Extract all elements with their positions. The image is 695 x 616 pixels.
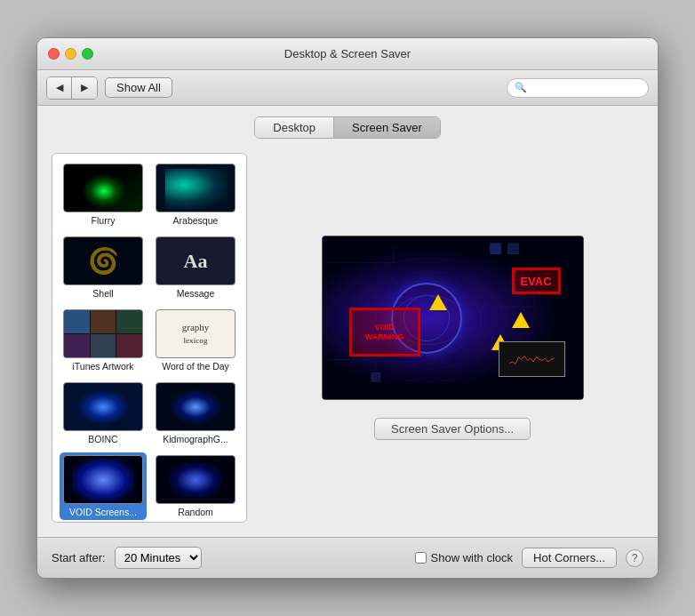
ss-thumb-itunes: [63, 309, 143, 358]
ss-thumb-void: [63, 455, 143, 504]
help-button[interactable]: ?: [626, 549, 643, 567]
svg-rect-10: [490, 244, 500, 254]
ss-thumb-shell: [63, 236, 143, 285]
ss-item-random[interactable]: Random: [152, 452, 239, 520]
bottom-bar: Start after: 20 Minutes 1 Minute 2 Minut…: [37, 537, 658, 578]
window-title: Desktop & Screen Saver: [284, 47, 411, 60]
svg-rect-11: [507, 244, 518, 254]
start-after-select[interactable]: 20 Minutes 1 Minute 2 Minutes 5 Minutes …: [115, 547, 202, 569]
evac-box: EVAC: [512, 268, 561, 294]
search-input[interactable]: [531, 82, 641, 94]
show-clock-text: Show with clock: [431, 551, 513, 564]
back-button[interactable]: ◀: [47, 77, 72, 99]
ss-item-flurry[interactable]: Flurry: [60, 161, 147, 228]
itunes-cell: [116, 334, 142, 357]
search-icon: 🔍: [515, 82, 527, 93]
ss-label-random: Random: [178, 507, 213, 517]
screen-saver-options-button[interactable]: Screen Saver Options...: [374, 418, 531, 440]
main-window: Desktop & Screen Saver ◀ ▶ Show All 🔍 De…: [36, 37, 659, 579]
forward-button[interactable]: ▶: [72, 77, 97, 99]
ss-label-arabesque: Arabesque: [173, 215, 219, 226]
ss-thumb-message: Aa: [156, 236, 236, 285]
svg-rect-12: [371, 372, 380, 381]
ss-item-itunes[interactable]: iTunes Artwork: [60, 307, 147, 374]
screensaver-list: Flurry Arabesque Shell Aa Message: [52, 153, 247, 523]
ss-thumb-kidmo: [156, 382, 236, 431]
show-all-button[interactable]: Show All: [105, 77, 172, 98]
tabs-area: Desktop Screen Saver: [37, 106, 658, 146]
ss-item-message[interactable]: Aa Message: [152, 234, 239, 301]
itunes-cell: [91, 334, 116, 357]
close-button[interactable]: [48, 48, 60, 60]
evac-text: EVAC: [520, 275, 551, 288]
warning-triangle-3: [512, 312, 530, 328]
itunes-cell: [64, 310, 90, 333]
hot-corners-button[interactable]: Hot Corners...: [522, 548, 617, 568]
message-thumb-text: Aa: [184, 250, 208, 273]
tab-desktop[interactable]: Desktop: [255, 117, 334, 138]
tab-screensaver[interactable]: Screen Saver: [334, 117, 440, 138]
show-clock-label: Show with clock: [415, 551, 513, 564]
ss-label-flurry: Flurry: [92, 215, 116, 226]
preview-area: EVAC VOIDWARNING: [261, 153, 643, 523]
void-preview: EVAC VOIDWARNING: [323, 236, 583, 399]
ss-label-kidmo: KidmographG...: [163, 434, 228, 444]
tab-group: Desktop Screen Saver: [254, 116, 440, 139]
ss-label-word: Word of the Day: [162, 361, 229, 372]
word-thumb-text: graphylexicog: [182, 321, 210, 347]
ss-label-itunes: iTunes Artwork: [72, 361, 133, 372]
void-warn-text: VOIDWARNING: [365, 323, 404, 342]
ss-label-message: Message: [177, 288, 215, 299]
traffic-lights: [48, 48, 93, 60]
graph-line-svg: [499, 351, 564, 369]
itunes-cell: [116, 310, 142, 333]
ss-thumb-flurry: [63, 164, 143, 212]
ss-label-void: VOID Screens...: [69, 507, 137, 517]
ss-item-word[interactable]: graphylexicog Word of the Day: [152, 307, 239, 374]
preview-screen: EVAC VOIDWARNING: [322, 236, 584, 400]
ss-item-boinc[interactable]: BOINC: [60, 380, 147, 447]
show-clock-checkbox[interactable]: [415, 552, 427, 564]
titlebar: Desktop & Screen Saver: [37, 38, 658, 70]
ss-thumb-arabesque: [156, 164, 236, 212]
graph-box: [499, 341, 565, 377]
toolbar: ◀ ▶ Show All 🔍: [37, 70, 658, 106]
ss-item-kidmo[interactable]: KidmographG...: [152, 380, 239, 447]
ss-thumb-boinc: [63, 382, 143, 431]
itunes-cell: [91, 310, 116, 333]
void-warning-box: VOIDWARNING: [349, 308, 420, 356]
maximize-button[interactable]: [82, 48, 93, 60]
ss-item-arabesque[interactable]: Arabesque: [152, 161, 239, 228]
content-area: Flurry Arabesque Shell Aa Message: [37, 146, 658, 537]
ss-item-void[interactable]: VOID Screens...: [60, 452, 147, 520]
ss-thumb-random: [156, 455, 236, 504]
itunes-cell: [64, 334, 90, 357]
ss-thumb-word: graphylexicog: [156, 309, 236, 358]
ss-label-shell: Shell: [92, 288, 113, 299]
nav-buttons: ◀ ▶: [46, 76, 98, 100]
start-after-label: Start after:: [52, 551, 106, 564]
ss-label-boinc: BOINC: [88, 434, 117, 444]
search-box: 🔍: [507, 78, 649, 98]
minimize-button[interactable]: [65, 48, 76, 60]
warning-triangle-1: [429, 294, 447, 310]
ss-item-shell[interactable]: Shell: [60, 234, 147, 301]
